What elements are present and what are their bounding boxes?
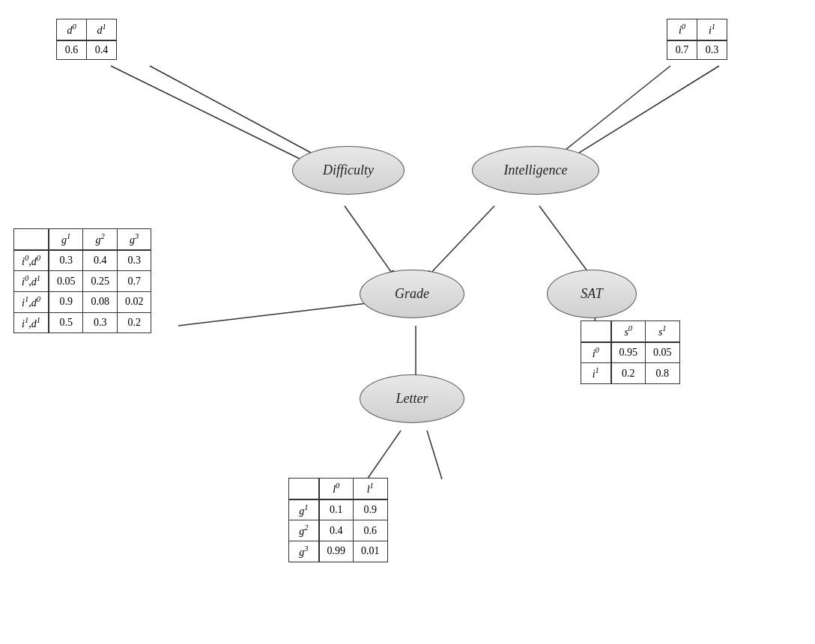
svg-line-3 [427,206,494,277]
svg-line-10 [111,66,300,159]
sat-col-s0: s0 [611,321,646,342]
sat-node: SAT [547,270,637,318]
svg-line-1 [554,66,670,159]
grade-col-g2: g2 [83,229,118,250]
grade-row-i1d0: i1,d0 [14,291,49,312]
grade-col-g3: g3 [117,229,151,250]
svg-line-11 [569,66,719,159]
intel-val-i0: 0.7 [667,40,697,60]
letter-table: l0 l1 g1 0.1 0.9 g2 0.4 0.6 g3 0.99 0.01 [288,478,388,562]
diagram-container: Difficulty Intelligence Grade SAT Letter… [0,0,815,644]
svg-line-4 [539,206,592,277]
difficulty-table: d0 d1 0.6 0.4 [56,19,117,60]
grade-label: Grade [395,286,429,302]
svg-line-6 [178,303,367,326]
letter-row-g1: g1 [289,499,319,520]
sat-row-i1: i1 [581,363,611,384]
letter-col-l1: l1 [354,479,388,499]
grade-table: g1 g2 g3 i0,d0 0.3 0.4 0.3 i0,d1 0.05 0.… [13,228,151,333]
diff-col-d0: d0 [57,19,87,40]
intel-col-i1: i1 [697,19,727,40]
svg-line-0 [150,66,322,159]
svg-line-2 [345,206,395,277]
intel-col-i0: i0 [667,19,697,40]
grade-row-i0d0: i0,d0 [14,250,49,271]
grade-header-blank [14,229,49,250]
grade-col-g1: g1 [49,229,83,250]
difficulty-label: Difficulty [323,162,374,178]
diff-col-d1: d1 [87,19,117,40]
letter-label: Letter [396,391,428,407]
intelligence-table: i0 i1 0.7 0.3 [667,19,727,60]
sat-table: s0 s1 i0 0.95 0.05 i1 0.2 0.8 [581,321,680,384]
diff-val-d1: 0.4 [87,40,117,60]
letter-col-l0: l0 [319,479,354,499]
intelligence-label: Intelligence [504,162,568,178]
intelligence-node: Intelligence [472,146,599,195]
letter-header-blank [289,479,319,499]
diff-val-d0: 0.6 [57,40,87,60]
grade-row-i1d1: i1,d1 [14,312,49,333]
letter-node: Letter [360,374,464,423]
svg-line-8 [367,431,401,479]
sat-col-s1: s1 [646,321,680,342]
letter-row-g3: g3 [289,541,319,562]
grade-row-i0d1: i0,d1 [14,271,49,292]
sat-header-blank [581,321,611,342]
grade-node: Grade [360,270,464,318]
svg-line-9 [427,431,442,479]
difficulty-node: Difficulty [292,146,405,195]
letter-row-g2: g2 [289,520,319,541]
intel-val-i1: 0.3 [697,40,727,60]
sat-row-i0: i0 [581,342,611,363]
sat-label: SAT [581,286,602,302]
